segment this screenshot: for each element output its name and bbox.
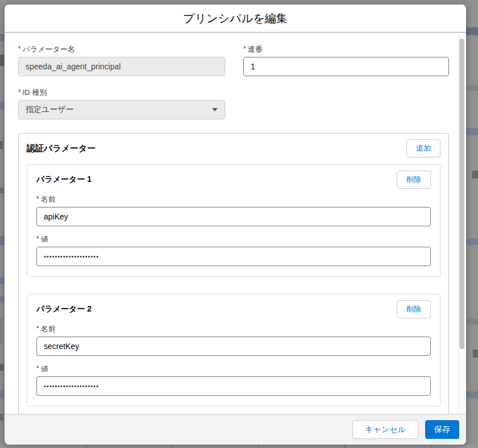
parameter-name-input	[18, 57, 225, 76]
modal-body: *パラメーター名 *連番 *ID 種別 指定ユーザー 認証パラメーター 追加	[5, 33, 466, 414]
auth-parameters-section: 認証パラメーター 追加 パラメーター 1 削除 *名前 *値	[18, 133, 449, 414]
modal-scrollbar-thumb[interactable]	[459, 39, 464, 349]
parameter-1-name-input[interactable]	[36, 207, 431, 226]
parameter-2-value-input[interactable]	[36, 376, 431, 396]
backdrop-fragment	[472, 171, 478, 179]
required-marker: *	[36, 325, 39, 333]
backdrop-fragment	[0, 188, 3, 193]
parameter-2-name-label: *名前	[36, 324, 431, 334]
backdrop-fragment	[466, 239, 478, 245]
id-type-selected-value: 指定ユーザー	[26, 105, 74, 115]
backdrop-fragment	[0, 296, 5, 303]
id-type-select: 指定ユーザー	[18, 100, 225, 119]
modal-title: プリンシパルを編集	[183, 11, 287, 26]
save-button[interactable]: 保存	[425, 420, 459, 439]
parameter-2-value-label: *値	[36, 364, 431, 374]
required-marker: *	[36, 195, 39, 203]
modal-scrollbar-track[interactable]	[458, 34, 465, 414]
backdrop-fragment	[0, 364, 3, 371]
parameter-name-label: *パラメーター名	[18, 44, 225, 54]
parameter-2-title: パラメーター 2	[36, 304, 92, 314]
parameter-card-1: パラメーター 1 削除 *名前 *値	[27, 164, 440, 277]
backdrop-fragment	[0, 34, 5, 41]
field-parameter-1-name: *名前	[36, 194, 431, 226]
backdrop-fragment	[466, 128, 478, 135]
parameter-1-value-label: *値	[36, 234, 431, 244]
auth-section-title: 認証パラメーター	[27, 143, 95, 154]
modal-header: プリンシパルを編集	[5, 5, 466, 33]
backdrop-bottom-strip	[0, 445, 478, 448]
required-marker: *	[36, 235, 39, 243]
parameter-1-title: パラメーター 1	[36, 175, 92, 185]
backdrop-fragment	[0, 102, 5, 109]
cancel-button[interactable]: キャンセル	[352, 420, 418, 439]
field-parameter-2-value: *値	[36, 364, 431, 396]
backdrop-fragment	[466, 391, 478, 398]
backdrop-fragment	[0, 141, 3, 149]
field-sequence: *連番	[243, 44, 449, 76]
chevron-down-icon	[212, 108, 218, 111]
sequence-label: *連番	[243, 44, 449, 54]
sequence-input[interactable]	[243, 57, 449, 76]
backdrop-fragment	[0, 236, 5, 245]
field-parameter-name: *パラメーター名	[18, 44, 225, 76]
required-marker: *	[18, 88, 21, 96]
backdrop-fragment	[0, 55, 4, 66]
id-type-label: *ID 種別	[18, 88, 449, 97]
parameter-card-2: パラメーター 2 削除 *名前 *値	[27, 294, 440, 406]
field-parameter-2-name: *名前	[36, 324, 431, 356]
backdrop-fragment	[0, 318, 2, 343]
delete-parameter-2-button[interactable]: 削除	[397, 300, 431, 318]
delete-parameter-1-button[interactable]: 削除	[397, 171, 431, 189]
required-marker: *	[36, 364, 39, 372]
backdrop-fragment	[466, 27, 478, 35]
add-parameter-button[interactable]: 追加	[406, 139, 440, 157]
parameter-1-value-input[interactable]	[36, 247, 431, 266]
backdrop-fragment	[466, 85, 478, 91]
required-marker: *	[243, 45, 246, 53]
backdrop-fragment	[473, 350, 478, 358]
edit-principal-modal: プリンシパルを編集 *パラメーター名 *連番 *ID 種別 指定ユーザー 認証	[5, 5, 466, 445]
backdrop-fragment	[0, 391, 5, 399]
modal-footer: キャンセル 保存	[5, 414, 466, 445]
backdrop-fragment	[0, 414, 3, 421]
parameter-2-name-input[interactable]	[36, 337, 431, 356]
backdrop-fragment	[466, 318, 478, 325]
field-parameter-1-value: *値	[36, 234, 431, 266]
backdrop-fragment	[0, 277, 3, 284]
field-id-type: *ID 種別 指定ユーザー	[18, 88, 449, 119]
parameter-1-name-label: *名前	[36, 194, 431, 204]
required-marker: *	[18, 45, 21, 53]
